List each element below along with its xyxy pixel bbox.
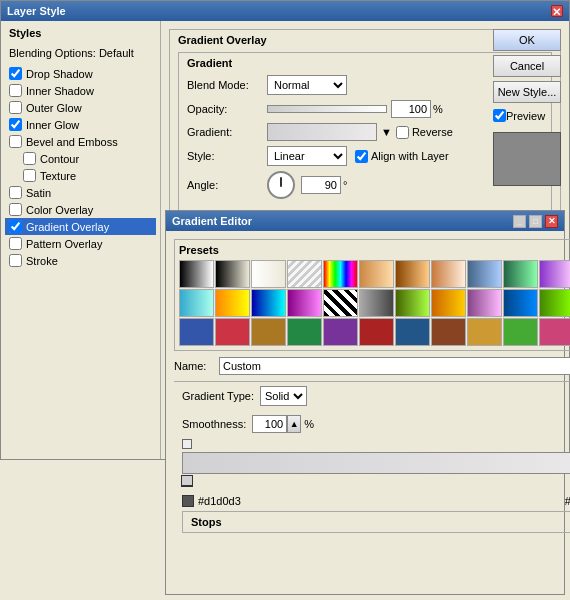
new-style-button[interactable]: New Style... [493, 81, 561, 103]
blend-mode-select[interactable]: Normal [267, 75, 347, 95]
sidebar-item-drop-shadow[interactable]: Drop Shadow [5, 65, 156, 82]
sidebar-item-outer-glow[interactable]: Outer Glow [5, 99, 156, 116]
sidebar-item-gradient-overlay[interactable]: Gradient Overlay [5, 218, 156, 235]
preset-34[interactable] [503, 318, 538, 346]
ge-close-icon[interactable]: ✕ [545, 215, 558, 228]
gradient-label: Gradient [187, 57, 543, 69]
opacity-slider[interactable] [267, 105, 387, 113]
color-stop-left[interactable] [181, 475, 193, 487]
cancel-button[interactable]: Cancel [493, 55, 561, 77]
stops-section: Stops [182, 511, 570, 533]
sidebar-item-inner-glow[interactable]: Inner Glow [5, 116, 156, 133]
gradient-editor-title: Gradient Editor [172, 215, 252, 227]
color-values-row: #d1d0d3 #eceaea [174, 495, 570, 507]
preset-20[interactable] [431, 289, 466, 317]
smoothness-input[interactable] [252, 415, 287, 433]
preset-9[interactable] [467, 260, 502, 288]
presets-section: Presets [174, 239, 570, 351]
pattern-overlay-checkbox[interactable] [9, 237, 22, 250]
preset-2[interactable] [215, 260, 250, 288]
style-select[interactable]: Linear [267, 146, 347, 166]
gradient-type-label: Gradient Type: [182, 390, 254, 402]
sidebar-item-satin[interactable]: Satin [5, 184, 156, 201]
satin-checkbox[interactable] [9, 186, 22, 199]
gradient-bar[interactable] [182, 452, 570, 474]
ok-button[interactable]: OK [493, 29, 561, 51]
opacity-unit: % [433, 103, 443, 115]
reverse-label[interactable]: Reverse [396, 126, 453, 139]
outer-glow-checkbox[interactable] [9, 101, 22, 114]
smoothness-label: Smoothness: [182, 418, 246, 430]
preset-21[interactable] [467, 289, 502, 317]
ge-minimize-icon[interactable]: _ [513, 215, 526, 228]
preset-1[interactable] [179, 260, 214, 288]
style-label: Style: [187, 150, 267, 162]
gradient-editor-window: Gradient Editor _ □ ✕ Presets [165, 210, 565, 595]
sidebar-item-pattern-overlay[interactable]: Pattern Overlay [5, 235, 156, 252]
preset-22[interactable] [503, 289, 538, 317]
preset-18[interactable] [359, 289, 394, 317]
preset-19[interactable] [395, 289, 430, 317]
preset-7[interactable] [395, 260, 430, 288]
sidebar-item-bevel-emboss[interactable]: Bevel and Emboss [5, 133, 156, 150]
inner-shadow-checkbox[interactable] [9, 84, 22, 97]
preset-10[interactable] [503, 260, 538, 288]
preset-4[interactable] [287, 260, 322, 288]
preset-33[interactable] [467, 318, 502, 346]
preset-25[interactable] [179, 318, 214, 346]
preset-27[interactable] [251, 318, 286, 346]
preset-14[interactable] [215, 289, 250, 317]
sidebar-item-color-overlay[interactable]: Color Overlay [5, 201, 156, 218]
preset-8[interactable] [431, 260, 466, 288]
name-input[interactable] [219, 357, 570, 375]
preset-6[interactable] [359, 260, 394, 288]
blending-options-label: Blending Options: Default [5, 45, 156, 61]
stops-title: Stops [191, 516, 222, 528]
gradient-type-select[interactable]: Solid [260, 386, 307, 406]
sidebar-item-contour[interactable]: Contour [5, 150, 156, 167]
color-overlay-checkbox[interactable] [9, 203, 22, 216]
smoothness-row: Smoothness: ▲ % [174, 415, 570, 433]
preset-16[interactable] [287, 289, 322, 317]
preset-15[interactable] [251, 289, 286, 317]
preset-17[interactable] [323, 289, 358, 317]
texture-checkbox[interactable] [23, 169, 36, 182]
inner-glow-checkbox[interactable] [9, 118, 22, 131]
drop-shadow-checkbox[interactable] [9, 67, 22, 80]
sidebar-item-inner-shadow[interactable]: Inner Shadow [5, 82, 156, 99]
preset-28[interactable] [287, 318, 322, 346]
smoothness-stepper-up[interactable]: ▲ [287, 415, 301, 433]
preset-26[interactable] [215, 318, 250, 346]
preset-5[interactable] [323, 260, 358, 288]
style-row: Style: Linear Align with Layer [187, 146, 543, 166]
align-layer-checkbox[interactable] [355, 150, 368, 163]
ge-main-area: Presets [166, 231, 570, 594]
opacity-input[interactable] [391, 100, 431, 118]
gradient-overlay-checkbox[interactable] [9, 220, 22, 233]
stroke-checkbox[interactable] [9, 254, 22, 267]
sidebar-item-stroke[interactable]: Stroke [5, 252, 156, 269]
bevel-emboss-checkbox[interactable] [9, 135, 22, 148]
preset-29[interactable] [323, 318, 358, 346]
align-with-layer-label[interactable]: Align with Layer [355, 150, 449, 163]
preset-11[interactable] [539, 260, 570, 288]
opacity-row: Opacity: % [187, 100, 543, 118]
angle-input[interactable] [301, 176, 341, 194]
preview-checkbox[interactable] [493, 109, 506, 122]
reverse-checkbox[interactable] [396, 126, 409, 139]
preset-32[interactable] [431, 318, 466, 346]
name-row: Name: [174, 357, 570, 375]
gradient-preview[interactable] [267, 123, 377, 141]
preset-3[interactable] [251, 260, 286, 288]
preset-23[interactable] [539, 289, 570, 317]
contour-checkbox[interactable] [23, 152, 36, 165]
preset-35[interactable] [539, 318, 570, 346]
angle-dial[interactable] [267, 171, 295, 199]
ge-maximize-icon[interactable]: □ [529, 215, 542, 228]
preview-checkbox-label[interactable]: Preview [493, 109, 561, 122]
preset-30[interactable] [359, 318, 394, 346]
preset-13[interactable] [179, 289, 214, 317]
close-icon[interactable]: ✕ [551, 5, 563, 17]
preset-31[interactable] [395, 318, 430, 346]
sidebar-item-texture[interactable]: Texture [5, 167, 156, 184]
